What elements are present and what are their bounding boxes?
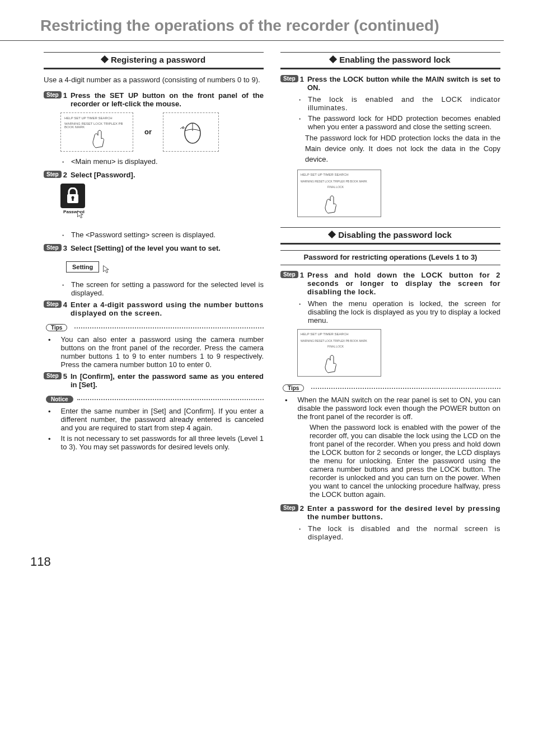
- disable-note-1: ・When the menu operation is locked, the …: [296, 299, 500, 325]
- enabling-header: Enabling the password lock: [280, 52, 500, 69]
- step-badge: Step: [44, 244, 62, 251]
- setting-button-figure: Setting: [66, 260, 111, 273]
- figure-row-1: HELP SET UP TIMER SEARCH WARNING RESET L…: [60, 112, 264, 152]
- step-text: Enter a password for the desired level b…: [307, 504, 500, 521]
- diamond-icon: [101, 55, 109, 63]
- enable-step-1: Step 1 Press the LOCK button while the M…: [280, 75, 500, 92]
- level-note: ・The screen for setting a password for t…: [59, 280, 264, 297]
- lock-panel-figure-2: HELP SET UP TIMER SEARCH WARNING RESET L…: [297, 329, 381, 377]
- step-text: Select [Password].: [71, 171, 264, 179]
- right-column: Enabling the password lock Step 1 Press …: [280, 52, 500, 543]
- svg-rect-4: [72, 198, 74, 201]
- step-number: 1: [300, 271, 304, 279]
- step-number: 1: [63, 91, 67, 100]
- registering-header: Registering a password: [44, 52, 264, 69]
- disable-note-2: ・The lock is disabled and the normal scr…: [296, 524, 500, 541]
- notice-bar: Notice: [44, 395, 264, 403]
- mouse-diagram: [163, 112, 219, 152]
- pw-setting-note: ・The <Password setting> screen is displa…: [59, 231, 264, 241]
- hand-press-icon: [322, 194, 339, 214]
- step-4: Step 4 Enter a 4-digit password using th…: [44, 300, 264, 317]
- enable-note-3: The password lock for HDD protection loc…: [305, 133, 500, 165]
- step-badge: Step: [44, 300, 62, 308]
- step-text: In [Confirm], enter the password same as…: [71, 372, 264, 389]
- left-column: Registering a password Use a 4-digit num…: [44, 52, 264, 543]
- step-badge: Step: [280, 271, 298, 278]
- password-icon-block: Password: [60, 184, 87, 225]
- hand-press-icon: [90, 130, 107, 149]
- tips-item-r2: When the password lock is enabled with t…: [280, 423, 500, 499]
- step-text: Select [Setting] of the level you want t…: [71, 244, 264, 252]
- disable-step-2: Step 2 Enter a password for the desired …: [280, 504, 500, 521]
- step-2: Step 2 Select [Password].: [44, 171, 264, 179]
- tips-label: Tips: [283, 384, 304, 392]
- cursor-icon: [77, 210, 86, 219]
- tips-item-r1: •When the MAIN switch on the rear panel …: [280, 396, 500, 421]
- lock-icon: [60, 184, 85, 208]
- mouse-icon: [177, 116, 205, 144]
- step-number: 3: [63, 244, 67, 252]
- tips-bar-right: Tips: [280, 383, 500, 392]
- step-number: 2: [63, 171, 67, 179]
- setting-button: Setting: [66, 261, 99, 273]
- step-number: 4: [63, 300, 67, 309]
- page-number: 118: [0, 555, 534, 580]
- or-label: or: [144, 128, 152, 136]
- step-badge: Step: [280, 75, 298, 82]
- step-badge: Step: [44, 91, 62, 98]
- diamond-icon: [328, 230, 336, 238]
- step-number: 2: [300, 504, 304, 513]
- diamond-icon: [329, 55, 337, 63]
- step-5: Step 5 In [Confirm], enter the password …: [44, 372, 264, 389]
- step-badge: Step: [44, 372, 62, 379]
- step-number: 5: [63, 372, 67, 381]
- tips-bar: Tips: [44, 323, 264, 332]
- step-1: Step 1 Press the SET UP button on the fr…: [44, 91, 264, 108]
- hand-press-icon: [322, 354, 339, 374]
- step-text: Enter a 4-digit password using the numbe…: [71, 300, 264, 317]
- tips-label: Tips: [46, 324, 67, 331]
- step-badge: Step: [44, 171, 62, 178]
- disabling-header: Disabling the password lock: [280, 227, 500, 245]
- sub-header: Password for restricting operations (Lev…: [280, 250, 500, 265]
- main-menu-note: ・<Main menu> is displayed.: [59, 157, 264, 167]
- enable-note-2: ・The password lock for HDD protection be…: [296, 114, 500, 131]
- cursor-icon: [102, 265, 111, 274]
- step-text: Press the LOCK button while the MAIN swi…: [307, 75, 500, 92]
- page-title: Restricting the operations of the record…: [0, 0, 504, 41]
- notice-item-1: •Enter the same number in [Set] and [Con…: [44, 407, 264, 432]
- notice-item-2: •It is not necessary to set passwords fo…: [44, 434, 264, 451]
- disable-step-1: Step 1 Press and hold down the LOCK butt…: [280, 271, 500, 296]
- enable-note-1: ・The lock is enabled and the LOCK indica…: [296, 95, 500, 112]
- step-text: Press the SET UP button on the front pan…: [71, 91, 264, 108]
- step-text: Press and hold down the LOCK button for …: [307, 271, 500, 296]
- panel-diagram: HELP SET UP TIMER SEARCH WARNING RESET L…: [60, 112, 133, 152]
- step-number: 1: [300, 75, 304, 83]
- tips-item: •You can also enter a password using the…: [44, 335, 264, 369]
- lock-panel-figure: HELP SET UP TIMER SEARCH WARNING RESET L…: [297, 170, 381, 217]
- notice-label: Notice: [46, 396, 73, 403]
- step-3: Step 3 Select [Setting] of the level you…: [44, 244, 264, 252]
- step-badge: Step: [280, 504, 298, 511]
- intro-text: Use a 4-digit number as a password (cons…: [44, 75, 264, 86]
